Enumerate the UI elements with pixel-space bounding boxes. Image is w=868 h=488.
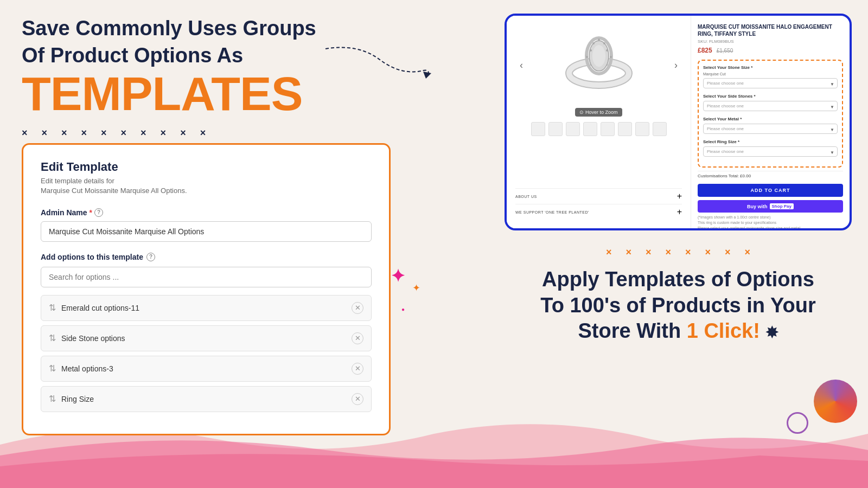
add-to-cart-btn[interactable]: ADD TO CART (698, 184, 843, 197)
drag-icon-side-stone[interactable]: ⇅ (49, 333, 56, 343)
product-options-section: Select Your Stone Size * Marquise Cut Pl… (698, 60, 843, 168)
card-subtitle: Edit template details for Marquise Cut M… (41, 176, 372, 196)
x-pattern-right: × × × × × × × × (505, 247, 852, 258)
hover-zoom-btn[interactable]: ⊙ Hover to Zoom (575, 108, 622, 117)
side-stones-label: Select Your Side Stones * (703, 94, 838, 99)
drag-icon-ring-size[interactable]: ⇅ (49, 394, 56, 404)
note1: (*Images shown with a 1.00ct centre ston… (698, 215, 843, 220)
circle-decoration (814, 380, 857, 423)
option-name-metal: Metal options-3 (61, 364, 113, 373)
apply-line3-normal: Store With (578, 319, 687, 342)
price-row: £825 £1,650 (698, 47, 843, 54)
card-title: Edit Template (41, 160, 372, 174)
svg-point-7 (592, 45, 605, 67)
metal-label: Select Your Metal * (703, 117, 838, 121)
prev-arrow[interactable]: ‹ (520, 60, 523, 71)
svg-point-10 (606, 49, 608, 52)
card-subtitle-line1: Edit template details for (41, 176, 372, 186)
thumb-3[interactable] (566, 122, 580, 136)
option-name-side-stone: Side Stone options (61, 334, 125, 343)
ring-image (550, 24, 648, 106)
customizations-total: Customisations Total: £0.00 (698, 171, 843, 181)
option-name-emerald: Emerald cut options-11 (61, 304, 139, 312)
remove-icon-metal[interactable]: ✕ (352, 363, 363, 375)
price-current: £825 (698, 47, 712, 54)
svg-marker-0 (423, 72, 431, 79)
add-options-info-icon[interactable]: ? (146, 253, 155, 261)
sparkle-dot: ● (401, 304, 405, 313)
stone-size-sub: Marquise Cut (703, 72, 838, 76)
sparkle-small: ✦ (412, 282, 420, 294)
apply-line3-highlight: 1 Click! (687, 319, 760, 342)
apply-line1: Apply Templates of Options (515, 267, 841, 293)
thumb-2[interactable] (548, 122, 563, 136)
about-us-plus: + (677, 191, 682, 201)
price-original: £1,650 (717, 48, 733, 54)
next-arrow[interactable]: › (674, 60, 678, 71)
about-us-row[interactable]: ABOUT US + (515, 188, 682, 204)
product-image-area: ‹ (507, 16, 691, 228)
shopay-logo: Shop Pay (770, 203, 794, 209)
option-row-side-stone: ⇅ Side Stone options ✕ (41, 325, 372, 351)
thumb-4[interactable] (583, 122, 597, 136)
note3: Please select your preferred moissanite … (698, 226, 843, 228)
thumb-7[interactable] (635, 122, 649, 136)
right-section: ‹ (505, 14, 852, 344)
svg-point-15 (598, 38, 600, 41)
x-pattern-row: × × × × × × × × × × (22, 127, 391, 139)
ring-svg (556, 30, 642, 100)
drag-icon-metal[interactable]: ⇅ (49, 363, 56, 374)
admin-name-input[interactable] (41, 221, 372, 242)
search-options-input[interactable] (41, 267, 372, 287)
sparkle-right: ✸ (765, 324, 778, 341)
apply-text-section: Apply Templates of Options To 100's of P… (505, 267, 852, 344)
apply-line2: To 100's of Products in Your (515, 293, 841, 319)
svg-point-14 (603, 42, 605, 44)
stone-size-dropdown[interactable]: Please choose one (703, 78, 838, 88)
svg-point-11 (586, 56, 588, 58)
metal-dropdown[interactable]: Please choose one (703, 124, 838, 134)
option-row-emerald: ⇅ Emerald cut options-11 ✕ (41, 295, 372, 321)
one-tree-label: WE SUPPORT 'ONE TREE PLANTED' (515, 210, 589, 214)
remove-icon-emerald[interactable]: ✕ (352, 302, 363, 314)
tablet-mockup: ‹ (505, 14, 852, 230)
about-us-label: ABOUT US (515, 195, 537, 198)
side-stones-dropdown[interactable]: Please choose one (703, 101, 838, 111)
stone-size-label: Select Your Stone Size * (703, 65, 838, 70)
remove-icon-side-stone[interactable]: ✕ (352, 332, 363, 344)
edit-template-card: Edit Template Edit template details for … (22, 143, 391, 435)
card-subtitle-line2: Marquise Cut Moissanite Marquise All Opt… (41, 186, 372, 196)
sparkle-left: ✦ (391, 266, 405, 286)
ring-size-dropdown[interactable]: Please choose one (703, 146, 838, 157)
remove-icon-ring-size[interactable]: ✕ (352, 393, 363, 405)
thumb-1[interactable] (531, 122, 545, 136)
product-detail-area: MARQUISE CUT MOISSANITE HALO ENGAGEMENT … (691, 16, 850, 228)
svg-point-13 (592, 42, 595, 44)
dashed-arrow (315, 38, 434, 125)
admin-name-label: Admin Name * ? (41, 208, 372, 217)
small-circle-decoration (787, 412, 808, 434)
svg-point-9 (590, 49, 592, 52)
one-tree-row[interactable]: WE SUPPORT 'ONE TREE PLANTED' + (515, 204, 682, 220)
svg-point-12 (610, 56, 612, 58)
add-options-label: Add options to this template ? (41, 253, 372, 261)
thumb-8[interactable] (653, 122, 667, 136)
apply-line3: Store With 1 Click! ✸ (515, 318, 841, 344)
headline-line1: Save Commonly Uses Groups (22, 16, 391, 41)
thumbnail-row (531, 122, 667, 136)
drag-icon-emerald[interactable]: ⇅ (49, 303, 56, 313)
thumb-5[interactable] (601, 122, 615, 136)
note2: This ring is custom made to your specifi… (698, 220, 843, 226)
required-star: * (90, 208, 92, 217)
sku-text: SKU: FLM089BUS (698, 39, 843, 44)
option-row-metal: ⇅ Metal options-3 ✕ (41, 356, 372, 382)
shopify-btn[interactable]: Buy with Shop Pay (698, 200, 843, 213)
option-row-ring-size: ⇅ Ring Size ✕ (41, 386, 372, 412)
one-tree-plus: + (677, 207, 682, 217)
thumb-6[interactable] (618, 122, 632, 136)
info-icon[interactable]: ? (94, 208, 103, 217)
ring-size-label: Select Ring Size * (703, 139, 838, 144)
product-name: MARQUISE CUT MOISSANITE HALO ENGAGEMENT … (698, 23, 843, 37)
option-name-ring-size: Ring Size (61, 395, 94, 403)
